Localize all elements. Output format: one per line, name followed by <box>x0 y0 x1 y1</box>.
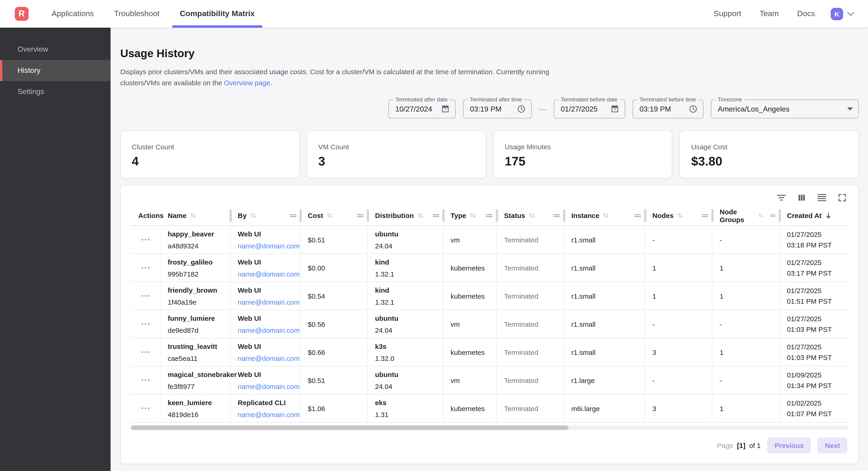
column-header-created-at[interactable]: Created At <box>779 206 849 225</box>
sort-icon[interactable] <box>190 212 197 219</box>
drag-handle-icon[interactable] <box>432 213 439 218</box>
column-header-type[interactable]: Type <box>443 206 497 225</box>
drag-handle-icon[interactable] <box>634 213 641 218</box>
column-header-distribution[interactable]: Distribution <box>368 206 443 225</box>
column-header-by[interactable]: By <box>230 206 300 225</box>
created-by-email-link[interactable]: name@domain.com <box>238 270 295 278</box>
replicated-logo[interactable]: R <box>15 7 29 21</box>
overview-page-link[interactable]: Overview page <box>224 79 270 87</box>
drag-handle-icon[interactable] <box>356 213 364 218</box>
timezone-value[interactable]: America/Los_Angeles <box>718 105 843 113</box>
sidebar-item-overview[interactable]: Overview <box>0 39 111 60</box>
cluster-name: happy_beaver <box>168 230 225 238</box>
usage-table-card: Actions Name By <box>120 185 859 464</box>
instance-type: r1.small <box>571 292 640 300</box>
sort-icon[interactable] <box>417 212 424 219</box>
created-by-email-link[interactable]: name@domain.com <box>238 382 295 390</box>
sort-icon[interactable] <box>528 212 535 219</box>
row-by-cell: Web UI name@domain.com <box>230 310 300 338</box>
terminated-after-date-value[interactable]: 10/27/2024 <box>395 105 436 113</box>
created-by-email-link[interactable]: name@domain.com <box>238 298 295 306</box>
column-header-status[interactable]: Status <box>497 206 564 225</box>
terminated-before-date-value[interactable]: 01/27/2025 <box>561 105 606 113</box>
sort-icon[interactable] <box>602 212 610 219</box>
terminated-before-time-value[interactable]: 03:19 PM <box>640 105 684 113</box>
created-by-email-link[interactable]: name@domain.com <box>238 410 295 418</box>
drag-handle-icon[interactable] <box>486 213 493 218</box>
type-value: kubernetes <box>451 264 492 272</box>
row-actions-button[interactable] <box>138 264 152 271</box>
clock-icon[interactable] <box>517 105 526 113</box>
drag-handle-icon[interactable] <box>553 213 560 218</box>
row-actions-button[interactable] <box>138 377 152 384</box>
row-type-cell: vm <box>443 366 497 394</box>
row-by-cell: Web UI name@domain.com <box>230 366 300 394</box>
terminated-after-time-value[interactable]: 03:19 PM <box>470 105 512 113</box>
drag-handle-icon[interactable] <box>289 213 297 218</box>
nav-tab-applications[interactable]: Applications <box>41 0 104 28</box>
row-status-cell: Terminated <box>497 282 564 310</box>
scrollbar-thumb[interactable] <box>131 425 568 430</box>
usage-table: Actions Name By <box>131 206 848 422</box>
fullscreen-icon[interactable] <box>837 193 847 203</box>
row-name-cell: friendly_brown 1f40a19e <box>160 282 230 310</box>
sort-icon[interactable] <box>758 212 764 219</box>
column-header-name[interactable]: Name <box>160 206 230 225</box>
row-type-cell: vm <box>443 310 497 338</box>
next-page-button[interactable]: Next <box>817 437 847 453</box>
sidebar-item-settings[interactable]: Settings <box>0 81 111 102</box>
horizontal-scrollbar[interactable] <box>131 425 848 430</box>
sort-desc-icon[interactable] <box>825 212 832 219</box>
calendar-icon[interactable] <box>441 105 450 113</box>
terminated-before-date-field[interactable]: Terminated before date 01/27/2025 <box>554 99 625 118</box>
drag-handle-icon[interactable] <box>770 213 776 218</box>
table-header-row: Actions Name By <box>131 206 848 226</box>
created-by-email-link[interactable]: name@domain.com <box>238 326 295 334</box>
cluster-id: a48d9324 <box>168 242 225 249</box>
timezone-select[interactable]: Timezone America/Los_Angeles <box>711 99 859 118</box>
column-header-nodes[interactable]: Nodes <box>645 206 712 225</box>
row-actions-button[interactable] <box>138 348 152 356</box>
column-header-instance[interactable]: Instance <box>564 206 645 225</box>
created-by-email-link[interactable]: name@domain.com <box>238 354 295 362</box>
row-actions-button[interactable] <box>138 320 152 328</box>
row-actions-button[interactable] <box>138 405 152 412</box>
nav-link-team[interactable]: Team <box>750 9 788 19</box>
nav-link-support[interactable]: Support <box>705 9 750 19</box>
cost-value: $0.51 <box>308 236 363 243</box>
type-value: vm <box>451 236 492 243</box>
row-status-cell: Terminated <box>497 338 564 366</box>
sort-icon[interactable] <box>677 212 684 219</box>
calendar-icon[interactable] <box>611 105 619 113</box>
column-header-node-groups[interactable]: Node Groups <box>712 206 779 225</box>
created-time: 01:03 PM PST <box>787 353 844 361</box>
previous-page-button[interactable]: Previous <box>767 437 811 453</box>
filter-list-icon[interactable] <box>776 193 786 203</box>
row-distribution-cell: kind 1.32.1 <box>368 254 443 282</box>
nav-tab-compatibility-matrix[interactable]: Compatibility Matrix <box>170 0 265 28</box>
user-menu[interactable]: K <box>831 8 854 20</box>
cluster-name: frosty_galileo <box>168 258 225 266</box>
drag-handle-icon[interactable] <box>701 213 709 218</box>
column-header-cost[interactable]: Cost <box>300 206 368 225</box>
terminated-after-time-field[interactable]: Terminated after time 03:19 PM <box>463 99 532 118</box>
sort-icon[interactable] <box>250 212 257 219</box>
row-actions-cell <box>131 226 160 254</box>
show-columns-icon[interactable] <box>797 193 807 203</box>
column-label: Name <box>168 211 187 219</box>
sort-icon[interactable] <box>469 212 476 219</box>
row-actions-button[interactable] <box>138 292 152 300</box>
row-actions-button[interactable] <box>138 236 152 243</box>
sidebar-item-history[interactable]: History <box>0 60 111 81</box>
nav-link-docs[interactable]: Docs <box>788 9 824 19</box>
column-label: Status <box>504 211 525 219</box>
clock-icon[interactable] <box>689 105 698 113</box>
dropdown-caret-icon[interactable] <box>847 107 853 111</box>
created-by-email-link[interactable]: name@domain.com <box>238 242 295 249</box>
density-icon[interactable] <box>817 193 827 203</box>
user-avatar[interactable]: K <box>831 8 843 20</box>
nav-tab-troubleshoot[interactable]: Troubleshoot <box>104 0 169 28</box>
sort-icon[interactable] <box>327 212 333 219</box>
terminated-before-time-field[interactable]: Terminated before time 03:19 PM <box>632 99 704 118</box>
terminated-after-date-field[interactable]: Terminated after date 10/27/2024 <box>389 99 456 118</box>
